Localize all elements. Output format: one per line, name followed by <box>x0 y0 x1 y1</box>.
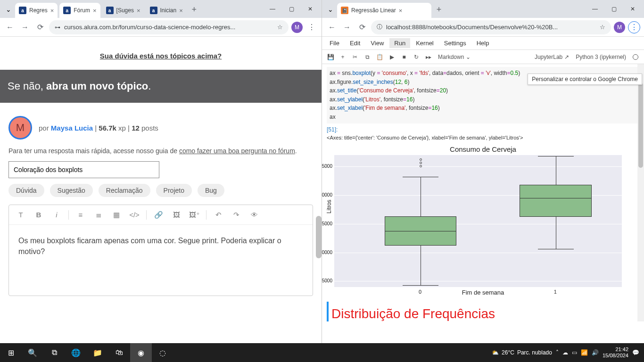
new-tab-button[interactable]: + <box>432 3 446 16</box>
loading-icon[interactable]: ◌ <box>152 343 173 362</box>
star-icon[interactable]: ☆ <box>600 24 605 31</box>
back-icon[interactable]: ← <box>326 21 338 33</box>
start-button[interactable]: ⊞ <box>0 343 22 362</box>
menu-help[interactable]: Help <box>472 38 494 48</box>
star-icon[interactable]: ☆ <box>277 24 283 31</box>
forward-icon[interactable]: → <box>341 21 353 33</box>
chip-bug[interactable]: Bug <box>198 184 224 197</box>
notebook-body[interactable]: ax = sns.boxplot(y = 'consumo', x = 'fds… <box>322 64 644 321</box>
weather-widget[interactable]: ⛅ 26°C Parc. nublado <box>492 349 552 356</box>
reload-icon[interactable]: ⟳ <box>356 21 368 33</box>
kebab-menu-icon[interactable]: ⋮ <box>628 21 640 33</box>
wifi-icon[interactable]: 📶 <box>581 349 588 356</box>
forward-icon[interactable]: → <box>19 21 31 33</box>
store-icon[interactable]: 🛍 <box>108 343 130 362</box>
unordered-list-icon[interactable]: ≣ <box>91 208 107 222</box>
edge-icon[interactable]: 🌐 <box>65 343 87 362</box>
editor-textarea[interactable]: Os meu boxplots ficaram apenas com uma c… <box>9 225 313 296</box>
profile-avatar[interactable]: M <box>291 22 303 33</box>
code-icon[interactable]: </> <box>126 208 142 222</box>
site-info-icon[interactable]: ⊶ <box>55 24 60 31</box>
chip-duvida[interactable]: Dúvida <box>8 184 44 197</box>
author-link[interactable]: Maysa Lucia <box>51 124 93 132</box>
site-info-icon[interactable]: ⓘ <box>377 23 382 31</box>
preview-icon[interactable]: 👁 <box>246 208 262 222</box>
explorer-icon[interactable]: 📁 <box>87 343 108 362</box>
browser-tab[interactable]: a[Suges× <box>102 3 144 18</box>
topic-title-input[interactable] <box>8 161 159 178</box>
back-icon[interactable]: ← <box>4 21 16 33</box>
bold-icon[interactable]: B <box>31 208 47 222</box>
chip-projeto[interactable]: Projeto <box>156 184 192 197</box>
chrome-icon[interactable]: ◉ <box>130 343 152 362</box>
minimize-icon[interactable]: — <box>263 3 282 15</box>
copy-icon[interactable]: ⧉ <box>362 52 373 62</box>
avatar[interactable]: M <box>8 116 32 140</box>
menu-edit[interactable]: Edit <box>345 38 365 48</box>
task-view-icon[interactable]: ⧉ <box>43 343 65 362</box>
close-icon[interactable]: ✕ <box>301 3 320 15</box>
cut-icon[interactable]: ✂ <box>349 52 361 62</box>
link-icon[interactable]: 🔗 <box>150 208 166 222</box>
text-style-icon[interactable]: T <box>13 208 29 222</box>
guide-link[interactable]: como fazer uma boa pergunta no fórum <box>179 147 295 155</box>
close-icon[interactable]: × <box>137 7 140 14</box>
menu-view[interactable]: View <box>366 38 388 48</box>
faq-link[interactable]: Sua dúvida está nos tópicos acima? <box>100 52 222 60</box>
stop-icon[interactable]: ■ <box>398 52 410 62</box>
add-cell-icon[interactable]: + <box>337 52 348 62</box>
browser-tab[interactable]: aRegres× <box>15 3 58 18</box>
fast-forward-icon[interactable]: ▸▸ <box>423 52 434 62</box>
reload-icon[interactable]: ⟳ <box>34 21 46 33</box>
menu-run[interactable]: Run <box>389 38 410 48</box>
minimize-icon[interactable]: — <box>586 3 604 15</box>
close-icon[interactable]: × <box>399 7 403 14</box>
table-icon[interactable]: ▦ <box>108 208 124 222</box>
undo-icon[interactable]: ↶ <box>210 208 226 222</box>
chip-reclamacao[interactable]: Reclamação <box>99 184 150 197</box>
close-icon[interactable]: ✕ <box>623 3 642 15</box>
maximize-icon[interactable]: ▢ <box>604 3 623 15</box>
restart-icon[interactable]: ↻ <box>411 52 422 62</box>
close-icon[interactable]: × <box>179 7 183 14</box>
kernel-name[interactable]: Python 3 (ipykernel) <box>573 54 629 60</box>
url-input[interactable]: ⊶ cursos.alura.com.br/forum/curso-data-s… <box>49 20 289 34</box>
run-icon[interactable]: ▶ <box>386 52 397 62</box>
maximize-icon[interactable]: ▢ <box>282 3 301 15</box>
paste-icon[interactable]: 📋 <box>374 52 385 62</box>
menu-kernel[interactable]: Kernel <box>411 38 438 48</box>
menu-settings[interactable]: Settings <box>439 38 471 48</box>
ordered-list-icon[interactable]: ≡ <box>73 208 89 222</box>
browser-tab[interactable]: aInician× <box>146 3 187 18</box>
clock[interactable]: 21:42 15/08/2024 <box>603 346 628 359</box>
chevron-down-icon[interactable]: ⌄ <box>326 5 335 14</box>
kebab-menu-icon[interactable]: ⋮ <box>305 21 318 33</box>
volume-icon[interactable]: 🔊 <box>592 349 599 356</box>
onedrive-icon[interactable]: ☁ <box>562 349 568 356</box>
close-icon[interactable]: × <box>93 7 97 14</box>
battery-icon[interactable]: ▭ <box>572 349 577 356</box>
chip-sugestao[interactable]: Sugestão <box>50 184 93 197</box>
cell-type-select[interactable]: Markdown⌄ <box>435 54 473 60</box>
browser-tab[interactable]: aFórum× <box>59 3 100 18</box>
profile-avatar[interactable]: M <box>614 22 625 33</box>
image-icon[interactable]: 🖼 <box>168 208 184 222</box>
save-icon[interactable]: 💾 <box>325 52 336 62</box>
image-upload-icon[interactable]: 🖼⁺ <box>186 208 202 222</box>
italic-icon[interactable]: i <box>49 208 65 222</box>
close-icon[interactable]: × <box>50 7 54 14</box>
url-input[interactable]: ⓘ localhost:8888/notebooks/Documents/Des… <box>371 20 611 34</box>
new-tab-button[interactable]: + <box>188 3 201 16</box>
scrollbar-thumb[interactable] <box>638 83 643 168</box>
chevron-up-icon[interactable]: ˄ <box>556 349 559 356</box>
browser-tab[interactable]: 📓Regressão Linear× <box>337 3 431 18</box>
notifications-icon[interactable]: 💬 <box>632 349 639 356</box>
open-jupyterlab-link[interactable]: JupyterLab↗ <box>532 54 572 60</box>
menu-file[interactable]: File <box>325 38 344 48</box>
tab-label: Regres <box>29 7 48 14</box>
notebook-scrollbar[interactable] <box>637 64 644 321</box>
scrollbar-thumb[interactable] <box>316 216 322 258</box>
chevron-down-icon[interactable]: ⌄ <box>4 5 13 14</box>
redo-icon[interactable]: ↷ <box>228 208 244 222</box>
search-icon[interactable]: 🔍 <box>22 343 43 362</box>
